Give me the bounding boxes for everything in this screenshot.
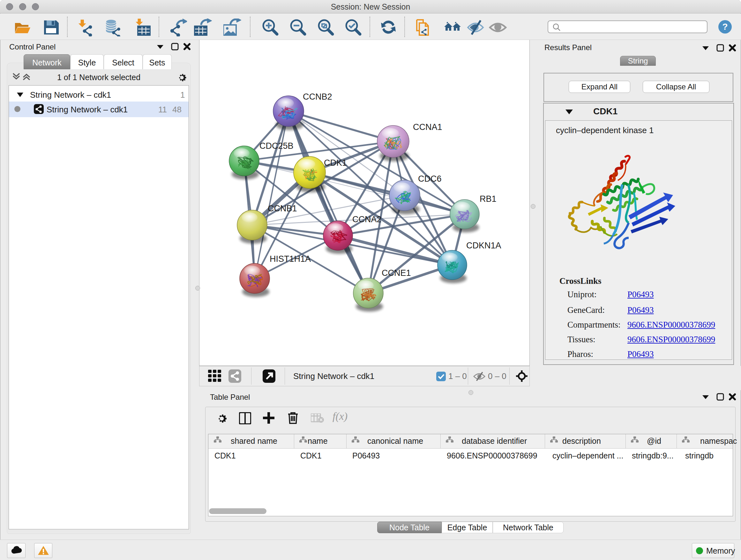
svg-text:CDKN1A: CDKN1A [466, 241, 501, 250]
svg-text:CDC25B: CDC25B [259, 141, 293, 151]
svg-text:?: ? [722, 22, 728, 32]
svg-text:CCNB1: CCNB1 [268, 204, 297, 213]
svg-text:CCNB2: CCNB2 [303, 92, 332, 102]
svg-text:CDK1: CDK1 [324, 158, 347, 168]
svg-text:CCNA1: CCNA1 [413, 122, 442, 132]
svg-text:HIST1H1A: HIST1H1A [270, 254, 311, 264]
svg-text:CCNE1: CCNE1 [382, 268, 411, 278]
svg-text:CDC6: CDC6 [418, 174, 442, 184]
svg-text:CCNA2: CCNA2 [352, 214, 382, 224]
svg-text:RB1: RB1 [480, 194, 496, 204]
